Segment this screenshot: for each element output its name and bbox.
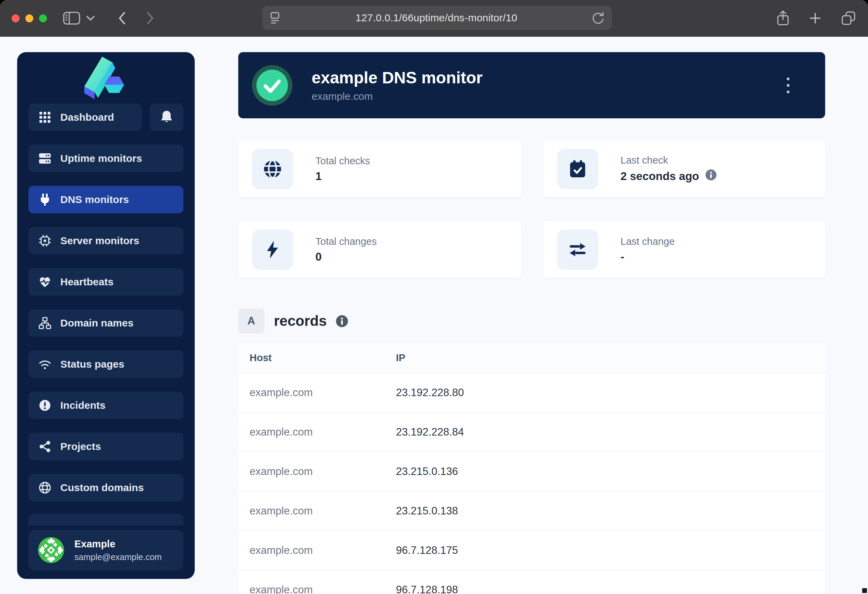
wifi-icon (39, 358, 51, 370)
table-row: example.com 96.7.128.175 (238, 530, 825, 570)
status-up-icon (252, 65, 292, 106)
forward-button[interactable] (146, 11, 155, 25)
ip-cell: 96.7.128.175 (396, 544, 825, 557)
globe-icon (39, 482, 51, 494)
sitemap-icon (39, 317, 51, 329)
address-bar[interactable]: 127.0.0.1/66uptime/dns-monitor/10 (262, 6, 612, 30)
sidebar-item-dashboard[interactable]: Dashboard (28, 103, 142, 131)
bell-icon (161, 110, 173, 124)
stat-value: 0 (315, 250, 322, 263)
screenshot-artifact (862, 588, 867, 593)
window-controls (12, 15, 47, 22)
stat-label: Total changes (315, 236, 377, 247)
more-options-button[interactable] (787, 77, 790, 93)
server-stack-icon (39, 152, 51, 165)
host-cell: example.com (238, 387, 396, 399)
alert-circle-icon (39, 399, 51, 412)
sidebar-item-heartbeats[interactable]: Heartbeats (28, 268, 183, 296)
sidebar-item-domain-names[interactable]: Domain names (28, 309, 183, 337)
chevron-down-icon[interactable] (86, 15, 95, 21)
table-row: example.com 96.7.128.198 (238, 570, 825, 594)
info-icon[interactable] (336, 315, 348, 328)
ip-cell: 23.192.228.80 (396, 387, 825, 399)
sidebar-item-label: Heartbeats (61, 276, 114, 288)
stat-card-last-check: Last check 2 seconds ago (543, 140, 825, 197)
stat-value: 1 (315, 170, 322, 183)
ip-cell: 23.215.0.136 (396, 465, 825, 478)
records-title: records (274, 313, 327, 329)
sidebar-toggle-icon[interactable] (63, 11, 81, 25)
notifications-button[interactable] (150, 103, 183, 131)
share-nodes-icon (39, 440, 51, 453)
url-text[interactable]: 127.0.0.1/66uptime/dns-monitor/10 (282, 12, 591, 24)
sidebar-item-dns-monitors[interactable]: DNS monitors (28, 186, 183, 213)
sidebar-item-label: Domain names (61, 317, 133, 329)
sidebar-item-label: Uptime monitors (61, 153, 142, 164)
tab-overview-icon[interactable] (841, 10, 856, 26)
close-window-button[interactable] (12, 15, 19, 22)
sidebar-item-label: Projects (61, 441, 101, 452)
sidebar-item-label: Server monitors (61, 235, 139, 247)
minimize-window-button[interactable] (25, 15, 33, 22)
host-cell: example.com (238, 544, 396, 557)
sidebar-item-label: Incidents (61, 399, 106, 411)
table-row: example.com 23.192.228.84 (238, 412, 825, 451)
monitor-header-card: example DNS monitor example.com (238, 52, 825, 118)
sidebar-item-server-monitors[interactable]: Server monitors (28, 227, 183, 254)
table-row: example.com 23.192.228.80 (238, 372, 825, 412)
sidebar-item-label: DNS monitors (61, 194, 129, 205)
column-header-host: Host (238, 352, 396, 363)
bolt-icon (252, 229, 293, 270)
sidebar-item-label: Dashboard (61, 111, 114, 123)
sidebar-item-incidents[interactable]: Incidents (28, 392, 183, 419)
ip-cell: 96.7.128.198 (396, 584, 825, 594)
cpu-icon (39, 235, 51, 247)
swap-arrows-icon (557, 229, 598, 270)
page-settings-icon[interactable] (270, 11, 282, 24)
monitor-host: example.com (311, 90, 483, 102)
back-button[interactable] (118, 11, 127, 25)
app-window: 127.0.0.1/66uptime/dns-monitor/10 (0, 0, 868, 594)
user-menu[interactable]: Example sample@example.com (28, 530, 183, 570)
records-section-header: A records (238, 309, 825, 333)
user-name: Example (74, 538, 162, 550)
sidebar-item-projects[interactable]: Projects (28, 433, 183, 460)
main-content: example DNS monitor example.com Total ch… (238, 52, 825, 594)
plug-icon (39, 194, 51, 206)
stat-label: Total checks (315, 155, 370, 167)
sidebar-item-status-pages[interactable]: Status pages (28, 350, 183, 378)
stats-grid: Total checks 1 Last check 2 seco (238, 140, 825, 278)
stat-card-last-change: Last change - (543, 221, 825, 278)
host-cell: example.com (238, 584, 396, 594)
heart-pulse-icon (39, 276, 51, 288)
host-cell: example.com (238, 505, 396, 517)
share-icon[interactable] (776, 10, 790, 27)
host-cell: example.com (238, 426, 396, 438)
globe-icon (252, 149, 293, 189)
stat-card-total-checks: Total checks 1 (238, 140, 521, 197)
zoom-window-button[interactable] (39, 15, 47, 22)
info-icon[interactable] (705, 169, 717, 183)
browser-toolbar-right (776, 0, 856, 36)
ip-cell: 23.192.228.84 (396, 426, 825, 438)
sidebar-item-label: Custom domains (61, 482, 144, 494)
table-row: example.com 23.215.0.138 (238, 491, 825, 530)
ip-cell: 23.215.0.138 (396, 505, 825, 517)
stat-label: Last change (620, 236, 675, 247)
sidebar-item-custom-domains[interactable]: Custom domains (28, 474, 183, 501)
sidebar-item-uptime-monitors[interactable]: Uptime monitors (28, 145, 183, 172)
stat-value: 2 seconds ago (620, 170, 699, 183)
record-type-badge: A (238, 309, 264, 333)
reload-icon[interactable] (591, 11, 604, 25)
stat-card-total-changes: Total changes 0 (238, 221, 521, 278)
stat-label: Last check (620, 155, 717, 166)
browser-chrome: 127.0.0.1/66uptime/dns-monitor/10 (0, 0, 868, 37)
sidebar-item-label: Status pages (61, 358, 124, 370)
table-header-row: Host IP (238, 343, 825, 372)
app-logo[interactable] (28, 52, 183, 103)
avatar (38, 537, 64, 563)
new-tab-icon[interactable] (808, 11, 822, 25)
host-cell: example.com (238, 465, 396, 478)
grid-icon (39, 111, 51, 123)
page-title: example DNS monitor (311, 68, 483, 87)
